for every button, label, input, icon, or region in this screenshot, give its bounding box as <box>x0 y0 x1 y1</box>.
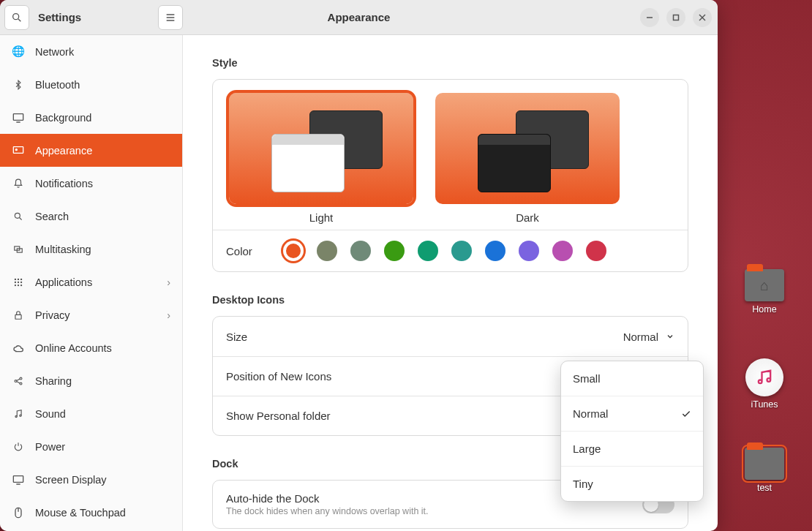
autohide-sub: The dock hides when any windows overlap … <box>226 506 429 516</box>
sidebar-item-sound[interactable]: Sound <box>0 397 182 430</box>
bluetooth-icon <box>12 80 25 90</box>
style-previews: Light Dark <box>213 80 688 230</box>
svg-point-23 <box>15 284 16 285</box>
dropdown-item[interactable]: Normal <box>561 396 703 432</box>
sidebar-item-privacy[interactable]: Privacy› <box>0 298 182 331</box>
dropdown-item[interactable]: Small <box>561 361 703 396</box>
color-swatch[interactable] <box>586 241 606 261</box>
maximize-button[interactable] <box>666 8 685 27</box>
sidebar-item-notifications[interactable]: Notifications <box>0 167 182 200</box>
desktop-icon-test[interactable]: test <box>739 448 790 493</box>
sidebar-item-power[interactable]: Power <box>0 430 182 463</box>
page-title: Appearance <box>328 11 391 23</box>
color-swatch[interactable] <box>350 241 371 261</box>
size-label: Size <box>226 331 247 343</box>
sidebar-item-search[interactable]: Search <box>0 200 182 233</box>
svg-point-20 <box>15 281 16 282</box>
dropdown-item[interactable]: Large <box>561 432 703 467</box>
color-label: Color <box>226 245 268 257</box>
svg-rect-26 <box>15 315 21 319</box>
svg-point-33 <box>20 415 21 416</box>
style-option-light[interactable]: Light <box>229 93 413 224</box>
style-label: Light <box>309 211 334 224</box>
svg-line-1 <box>18 19 20 21</box>
desktop-icon-label: test <box>757 483 772 493</box>
dark-preview <box>435 93 620 204</box>
sidebar-item-mouse-touchpad[interactable]: Mouse & Touchpad <box>0 496 182 529</box>
sidebar-item-screen-display[interactable]: Screen Display <box>0 463 182 496</box>
sidebar-item-label: Background <box>35 112 91 124</box>
maximize-icon <box>672 14 680 21</box>
size-dropdown: SmallNormalLargeTiny <box>560 361 704 502</box>
grid-icon <box>12 277 25 287</box>
itunes-icon <box>745 358 783 396</box>
autohide-text: Auto-hide the Dock The dock hides when a… <box>226 492 429 516</box>
sidebar: 🌐Network Bluetooth Background Appearance… <box>0 35 183 531</box>
light-preview <box>229 93 413 204</box>
color-swatch[interactable] <box>485 241 505 261</box>
svg-point-13 <box>15 213 20 218</box>
preview-window-front <box>271 134 345 192</box>
search-icon <box>12 211 25 222</box>
globe-icon: 🌐 <box>12 45 25 58</box>
color-swatch[interactable] <box>519 241 539 261</box>
svg-point-22 <box>20 281 22 282</box>
size-value-wrapper: Normal <box>623 331 674 343</box>
search-button[interactable] <box>4 5 29 30</box>
sidebar-item-label: Notifications <box>35 178 93 189</box>
color-swatch[interactable] <box>418 241 438 261</box>
minimize-button[interactable] <box>640 8 659 27</box>
color-swatch[interactable] <box>384 241 405 261</box>
sidebar-item-network[interactable]: 🌐Network <box>0 35 182 68</box>
sidebar-item-appearance[interactable]: Appearance <box>0 134 182 167</box>
folder-icon <box>745 448 784 480</box>
folder-icon: ⌂ <box>745 269 784 301</box>
mouse-icon <box>12 507 25 519</box>
color-swatch[interactable] <box>451 241 472 261</box>
display-icon <box>12 113 25 123</box>
svg-point-12 <box>15 148 17 150</box>
position-label: Position of New Icons <box>226 370 331 383</box>
sidebar-item-applications[interactable]: Applications› <box>0 266 182 298</box>
home-icon: ⌂ <box>745 269 784 301</box>
bell-icon <box>12 178 25 189</box>
desktop-icon-itunes[interactable]: iTunes <box>739 358 790 410</box>
color-swatch[interactable] <box>317 241 337 261</box>
cloud-icon <box>12 344 25 353</box>
music-icon <box>12 409 25 419</box>
close-button[interactable] <box>693 8 712 27</box>
desktop-icon-label: iTunes <box>751 399 778 410</box>
dropdown-item-label: Small <box>573 372 601 385</box>
svg-line-14 <box>20 217 22 219</box>
sidebar-item-label: Appearance <box>35 145 92 157</box>
desktop-icon-home[interactable]: ⌂ Home <box>739 269 790 315</box>
style-card: Light Dark Color <box>212 79 688 272</box>
sidebar-item-label: Bluetooth <box>35 79 80 91</box>
menu-button[interactable] <box>158 5 183 30</box>
sidebar-item-sharing[interactable]: Sharing <box>0 364 182 397</box>
svg-line-30 <box>17 379 20 380</box>
color-swatches <box>283 241 606 261</box>
color-row: Color <box>213 230 688 271</box>
hamburger-icon <box>165 12 176 23</box>
svg-point-19 <box>20 278 22 279</box>
close-icon <box>699 14 706 21</box>
style-label: Dark <box>516 211 539 224</box>
multitasking-icon <box>12 244 25 255</box>
dropdown-item-label: Normal <box>573 407 608 420</box>
sidebar-item-online-accounts[interactable]: Online Accounts <box>0 331 182 364</box>
size-row[interactable]: Size Normal <box>213 317 688 356</box>
sidebar-item-bluetooth[interactable]: Bluetooth <box>0 68 182 101</box>
svg-point-18 <box>18 278 19 279</box>
sidebar-item-multitasking[interactable]: Multitasking <box>0 233 182 266</box>
svg-rect-9 <box>13 113 23 120</box>
dropdown-item[interactable]: Tiny <box>561 467 703 501</box>
color-swatch[interactable] <box>552 241 573 261</box>
style-option-dark[interactable]: Dark <box>435 93 620 224</box>
svg-point-17 <box>15 278 16 279</box>
sidebar-item-background[interactable]: Background <box>0 101 182 134</box>
style-section-title: Style <box>212 57 688 69</box>
color-swatch[interactable] <box>283 241 304 261</box>
svg-rect-6 <box>674 15 679 20</box>
sidebar-item-label: Sound <box>35 408 66 420</box>
